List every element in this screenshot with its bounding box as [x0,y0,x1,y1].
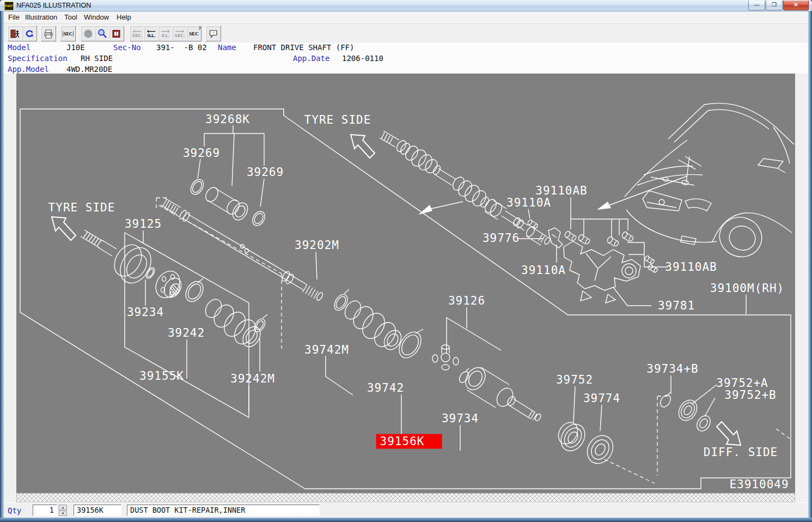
part-label-39774[interactable]: 39774 [583,392,620,405]
toolbar: SEC ⟵ SEC. ⟵ ILL. [4,24,808,43]
printer-icon [43,28,54,39]
menu-help[interactable]: Help [117,13,131,21]
print-button[interactable] [41,26,56,41]
illustration-canvas: 39268K3926939269TYRE SIDETYRE SIDE391253… [16,74,795,502]
appmodel-value: 4WD.MR20DE [66,65,112,74]
secno-value: 391- -B 02 [156,43,207,52]
part-label-39742[interactable]: 39742 [367,381,404,394]
part-label-39110A[interactable]: 39110A [506,196,551,209]
catalog-button[interactable] [109,26,124,41]
name-label: Name [218,43,236,52]
part-label-39269[interactable]: 39269 [247,166,284,179]
part-label-DIFF-SIDE[interactable]: DIFF. SIDE [704,446,778,459]
part-name-field[interactable]: DUST BOOT KIT-REPAIR,INNER [127,505,320,516]
qty-stepper: ▲ ▼ [59,505,67,516]
exit-door-icon [10,28,21,39]
right-gutter [795,74,808,502]
pointer-arrow-mid [418,202,463,215]
titlebar: FAST NFA025 ILLUSTRATION — ❐ ✕ [0,0,812,11]
menu-window[interactable]: Window [84,13,109,21]
menu-tool[interactable]: Tool [64,13,77,21]
part-label-39242M[interactable]: 39242M [230,372,275,385]
undo-button[interactable] [22,26,37,41]
prev-illustration-button[interactable]: ⟵ ILL. [144,26,159,41]
part-label-39155K[interactable]: 39155K [139,369,184,383]
support-bracket-group [564,230,658,303]
section-button[interactable]: SEC [60,26,76,41]
part-label-39742M[interactable]: 39742M [304,343,349,356]
menu-file[interactable]: File [8,13,20,21]
part-label-39781[interactable]: 39781 [658,299,695,312]
next-section-button[interactable]: ⟶ SEC. [172,26,187,41]
appdate-value: 1206-0110 [342,54,383,63]
mark-button[interactable] [81,26,96,41]
exit-button[interactable] [8,26,23,41]
secno-label: Sec-No [113,43,141,52]
book-icon [111,28,122,39]
help-button[interactable]: ? [206,26,221,41]
undo-arrow-icon [24,28,35,39]
close-button[interactable]: ✕ [783,1,809,10]
part-label-39242[interactable]: 39242 [168,326,205,339]
part-label-39110A[interactable]: 39110A [521,264,566,277]
model-value: J10E [66,43,85,52]
part-number-field[interactable]: 39156K [74,505,121,516]
application-window: FAST NFA025 ILLUSTRATION — ❐ ✕ File Illu… [0,0,812,522]
part-label-39776[interactable]: 39776 [483,232,520,245]
part-label-39734[interactable]: 39734 [442,412,479,425]
vehicle-outline [625,103,794,262]
section-search-button[interactable]: SEC? [186,26,202,41]
part-label-39752[interactable]: 39752 [556,373,593,386]
tyre-side-arrow-top [351,135,375,158]
menu-illustration[interactable]: Illustration [25,13,57,21]
bushing-kit-group [188,177,267,228]
zoom-button[interactable] [95,26,110,41]
help-balloon-icon: ? [208,28,219,39]
part-label-E3910049[interactable]: E3910049 [729,478,789,491]
name-value: FRONT DRIVE SHAFT (FF) [253,43,354,52]
app-icon: FAST [4,2,14,10]
sec-icon: SEC [63,31,74,37]
part-label-39100M-RH-[interactable]: 39100M(RH) [710,282,784,295]
part-label-39268K[interactable]: 39268K [205,113,250,126]
info-panel: Model J10E Sec-No 391- -B 02 Name FRONT … [4,43,808,74]
left-gutter [4,74,16,502]
part-label-39126[interactable]: 39126 [448,294,485,307]
part-label-39125[interactable]: 39125 [125,217,162,230]
minimize-button[interactable]: — [748,1,765,10]
part-label-39110AB[interactable]: 39110AB [535,184,588,197]
kit-boxes [125,233,501,417]
specification-label: Specification [8,54,68,63]
qty-down-button[interactable]: ▼ [59,511,67,516]
menubar: File Illustration Tool Window Help [4,11,808,24]
assembled-shaft-group [380,131,551,245]
diff-side-arrow [717,422,741,445]
hatch-scrollbar-strip[interactable] [16,493,795,502]
part-label-TYRE-SIDE[interactable]: TYRE SIDE [48,201,115,214]
qty-input[interactable]: 1 [33,505,57,516]
sec-question-icon: SEC? [189,31,199,37]
part-label-39202M[interactable]: 39202M [295,239,339,252]
part-label-39110AB[interactable]: 39110AB [665,260,717,274]
svg-text:?: ? [212,30,215,35]
part-label-TYRE-SIDE[interactable]: TYRE SIDE [304,113,371,126]
part-label-39269[interactable]: 39269 [183,147,220,160]
prev-section-button[interactable]: ⟵ SEC. [130,26,145,41]
circle-icon [83,28,94,39]
qty-label: Qty [8,506,21,515]
inner-joint-kit-group [332,289,542,422]
part-label-39734-B[interactable]: 39734+B [646,362,699,375]
tyre-side-arrow-left [52,217,76,240]
part-label-39752-A[interactable]: 39752+A [716,377,768,390]
dashed-guides [156,198,790,483]
part-label-39752-B[interactable]: 39752+B [724,389,777,402]
maximize-button[interactable]: ❐ [766,1,783,10]
window-title: NFA025 ILLUSTRATION [16,2,91,9]
qty-up-button[interactable]: ▲ [59,505,67,510]
appmodel-label: App.Model [8,65,49,74]
part-detail-bar: Qty 1 ▲ ▼ 39156K DUST BOOT KIT-REPAIR,IN… [4,502,808,518]
part-label-39234[interactable]: 39234 [127,306,164,319]
part-label-39156K[interactable]: 39156K [376,434,442,449]
leader-lines [143,125,746,451]
next-illustration-button[interactable]: ⟶ ILL. [158,26,173,41]
